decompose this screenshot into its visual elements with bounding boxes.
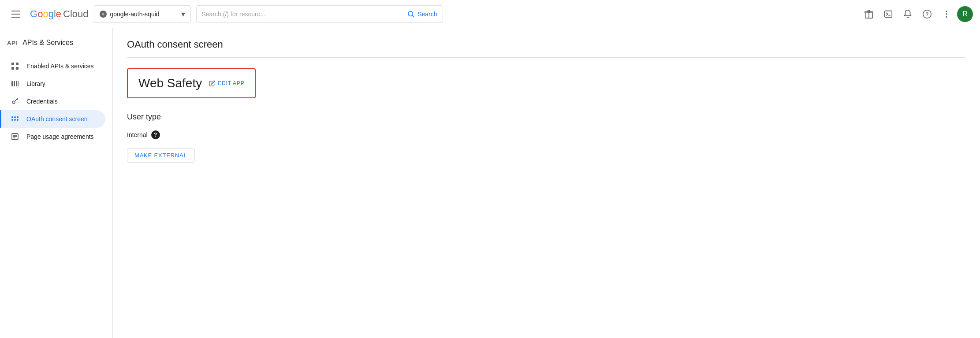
sidebar-item-credentials[interactable]: Credentials: [0, 93, 105, 110]
sidebar-item-library-label: Library: [26, 80, 45, 87]
edit-app-button[interactable]: EDIT APP: [209, 80, 244, 86]
more-vert-button[interactable]: [938, 5, 955, 23]
library-icon: [11, 79, 19, 88]
sidebar-nav: Enabled APIs & services Library: [0, 57, 112, 145]
top-nav: Google Cloud google-auth-squid ▾ Search: [0, 0, 980, 28]
project-selector[interactable]: google-auth-squid ▾: [94, 5, 191, 23]
avatar[interactable]: R: [957, 6, 973, 22]
sidebar-item-enabled-apis[interactable]: Enabled APIs & services: [0, 57, 105, 75]
key-icon: [11, 97, 19, 106]
project-dot-icon: [100, 11, 107, 18]
svg-rect-4: [865, 11, 873, 13]
svg-rect-12: [11, 63, 14, 65]
svg-line-1: [413, 15, 414, 17]
svg-point-10: [946, 13, 947, 15]
svg-point-20: [12, 101, 15, 104]
search-button[interactable]: Search: [407, 10, 437, 18]
app-name-box: Web Safety EDIT APP: [127, 68, 256, 98]
svg-line-23: [16, 100, 17, 100]
main-layout: API APIs & Services Enabled APIs & servi…: [0, 28, 980, 338]
svg-rect-14: [11, 67, 14, 70]
svg-point-26: [17, 116, 19, 118]
main-content: OAuth consent screen Web Safety EDIT APP…: [113, 28, 980, 338]
sidebar-item-enabled-apis-label: Enabled APIs & services: [26, 63, 94, 70]
sidebar-item-page-usage-label: Page usage agreements: [26, 133, 94, 140]
sidebar-item-credentials-label: Credentials: [26, 98, 58, 105]
svg-point-29: [17, 119, 19, 121]
page-title: OAuth consent screen: [127, 39, 966, 58]
nav-icons: ? R: [860, 5, 973, 23]
svg-rect-17: [14, 81, 15, 86]
sidebar-item-oauth-consent[interactable]: OAuth consent screen: [0, 110, 105, 128]
api-badge: API: [7, 40, 17, 46]
svg-point-9: [946, 10, 947, 11]
sidebar-item-oauth-consent-label: OAuth consent screen: [26, 115, 88, 123]
bell-icon: [903, 9, 913, 19]
svg-point-28: [14, 119, 16, 121]
search-input[interactable]: [202, 11, 404, 18]
search-icon: [407, 10, 415, 18]
notifications-button[interactable]: [899, 5, 917, 23]
svg-point-11: [946, 16, 947, 17]
sidebar-item-library[interactable]: Library: [0, 75, 105, 93]
hamburger-menu[interactable]: [7, 5, 25, 23]
page-usage-icon: [11, 132, 19, 141]
svg-point-25: [14, 116, 16, 118]
svg-rect-19: [18, 81, 19, 86]
google-cloud-logo: Google Cloud: [30, 8, 89, 20]
svg-point-24: [11, 116, 13, 118]
gift-button[interactable]: [860, 5, 878, 23]
svg-line-22: [17, 99, 18, 100]
sidebar-header: API APIs & Services: [0, 35, 112, 54]
sidebar: API APIs & Services Enabled APIs & servi…: [0, 28, 113, 338]
user-type-section-title: User type: [127, 112, 966, 122]
sidebar-title: APIs & Services: [22, 39, 73, 47]
svg-rect-16: [11, 81, 13, 86]
help-button[interactable]: ?: [918, 5, 936, 23]
oauth-icon: [11, 115, 19, 123]
project-name: google-auth-squid: [110, 11, 178, 18]
help-icon: ?: [922, 9, 932, 19]
svg-rect-18: [16, 81, 17, 86]
user-type-help-icon[interactable]: ?: [151, 130, 160, 139]
gift-icon: [864, 9, 874, 19]
svg-point-27: [11, 119, 13, 121]
app-name: Web Safety: [138, 76, 202, 90]
user-type-row: Internal ?: [127, 130, 966, 139]
sidebar-item-page-usage[interactable]: Page usage agreements: [0, 128, 105, 145]
svg-rect-15: [16, 67, 19, 70]
more-vert-icon: [942, 9, 951, 19]
edit-icon: [209, 80, 215, 86]
user-type-label: Internal: [127, 131, 148, 138]
svg-rect-13: [16, 63, 19, 65]
chevron-down-icon: ▾: [181, 9, 185, 19]
grid-icon: [11, 62, 19, 71]
make-external-button[interactable]: MAKE EXTERNAL: [127, 148, 195, 163]
terminal-icon: [883, 9, 893, 19]
svg-rect-5: [885, 11, 892, 17]
terminal-button[interactable]: [879, 5, 897, 23]
svg-text:?: ?: [925, 11, 928, 17]
search-bar: Search: [196, 5, 443, 23]
